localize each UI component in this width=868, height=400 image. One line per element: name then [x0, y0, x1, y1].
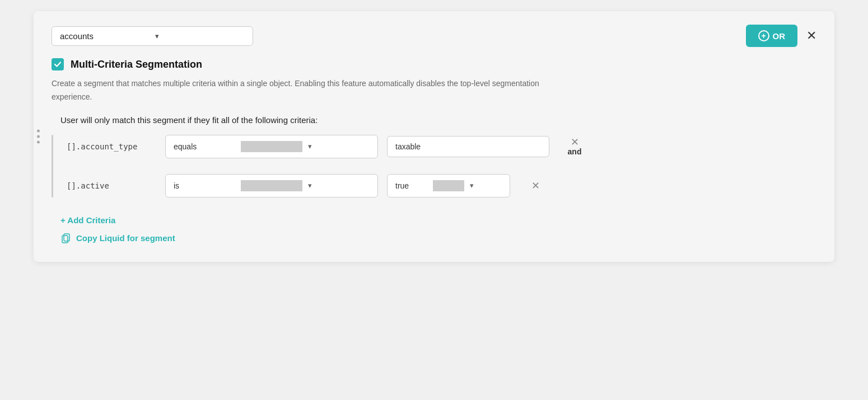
criteria-fields-1: [].account_type equals ▾ [67, 135, 549, 158]
remove-criteria-2[interactable]: ✕ [531, 181, 540, 191]
copy-liquid-icon [60, 233, 72, 244]
or-button-label: OR [773, 31, 786, 41]
section-title: Multi-Criteria Segmentation [71, 59, 202, 70]
remove-criteria-1[interactable]: ✕ [571, 137, 579, 147]
criteria-heading: User will only match this segment if the… [52, 115, 816, 125]
bottom-actions: + Add Criteria Copy Liquid for segment [52, 215, 816, 244]
field-label-1: [].account_type [67, 142, 156, 151]
criteria-row-2: [].active is ▾ true ▾ ✕ [67, 174, 816, 197]
vertical-divider [52, 135, 53, 197]
svg-rect-1 [62, 236, 68, 243]
operator-select-2[interactable]: is ▾ [165, 174, 378, 197]
close-button[interactable]: ✕ [806, 30, 816, 42]
action-col-2: ✕ [521, 181, 549, 191]
select-divider-1 [241, 141, 302, 152]
main-panel: accounts ▾ + OR ✕ Multi-Criteria Segment… [34, 11, 834, 262]
svg-rect-0 [64, 234, 69, 241]
accounts-label: accounts [60, 31, 150, 41]
header-actions: + OR ✕ [746, 25, 817, 47]
value-select-text-2: true [395, 181, 427, 190]
description-text: Create a segment that matches multiple c… [52, 77, 556, 104]
section-title-row: Multi-Criteria Segmentation [52, 58, 816, 70]
operator-value-1: equals [174, 142, 235, 151]
add-criteria-button[interactable]: + Add Criteria [60, 215, 816, 225]
action-col-1: ✕ and [561, 137, 589, 156]
sidebar-drag-handle[interactable] [34, 129, 43, 143]
operator-chevron-2: ▾ [308, 181, 370, 190]
multi-criteria-checkbox[interactable] [52, 58, 64, 70]
criteria-rows: [].account_type equals ▾ ✕ and [].active [67, 135, 816, 197]
value-chevron-2: ▾ [470, 181, 502, 190]
plus-circle-icon: + [758, 30, 769, 41]
copy-liquid-button[interactable]: Copy Liquid for segment [60, 233, 816, 244]
criteria-container: [].account_type equals ▾ ✕ and [].active [52, 135, 816, 197]
copy-liquid-label: Copy Liquid for segment [76, 233, 175, 243]
chevron-down-icon: ▾ [155, 32, 245, 40]
value-input-1[interactable] [387, 136, 549, 157]
criteria-fields-2: [].active is ▾ true ▾ [67, 174, 510, 197]
select-divider-2 [241, 180, 302, 191]
value-select-divider-2 [433, 180, 465, 191]
criteria-row-1: [].account_type equals ▾ ✕ and [67, 135, 816, 158]
or-button[interactable]: + OR [746, 25, 798, 47]
add-criteria-label: + Add Criteria [60, 215, 115, 225]
field-label-2: [].active [67, 181, 156, 190]
value-select-2[interactable]: true ▾ [387, 174, 510, 197]
and-label-1: and [568, 147, 582, 156]
accounts-dropdown[interactable]: accounts ▾ [52, 26, 253, 46]
operator-select-1[interactable]: equals ▾ [165, 135, 378, 158]
operator-chevron-1: ▾ [308, 142, 370, 150]
operator-value-2: is [174, 181, 235, 190]
panel-header: accounts ▾ + OR ✕ [52, 25, 816, 47]
